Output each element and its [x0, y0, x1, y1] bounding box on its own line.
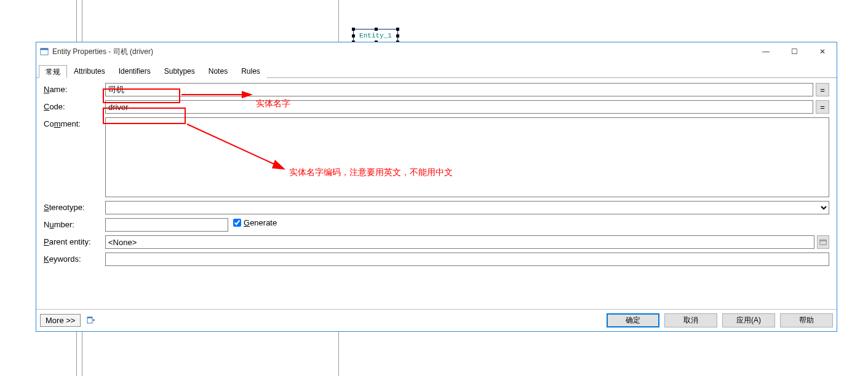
parent-label: Parent entity:	[44, 235, 105, 246]
browse-icon	[819, 238, 827, 246]
form-body: Name: = Code: = Comment: Stereotype: Num…	[36, 78, 837, 272]
svg-rect-1	[41, 49, 48, 50]
close-icon: ✕	[819, 47, 826, 56]
close-button[interactable]: ✕	[808, 42, 837, 61]
tab-identifiers[interactable]: Identifiers	[112, 65, 157, 78]
entity-properties-dialog: Entity Properties - 司机 (driver) — ☐ ✕ 常规…	[36, 42, 837, 332]
help-button[interactable]: 帮助	[780, 313, 833, 327]
keywords-label: Keywords:	[44, 253, 105, 264]
diagram-entity-label: Entity_1	[359, 32, 392, 39]
tab-rules[interactable]: Rules	[234, 65, 267, 78]
name-input[interactable]	[105, 83, 813, 96]
maximize-button[interactable]: ☐	[780, 42, 808, 61]
svg-rect-5	[87, 317, 92, 318]
dialog-bottom-bar: More >> 确定 取消 应用(A) 帮助	[36, 309, 837, 331]
diagram-entity-box[interactable]: Entity_1	[353, 29, 398, 42]
window-title: Entity Properties - 司机 (driver)	[52, 47, 153, 57]
generate-label-text: enerate	[250, 218, 277, 227]
entity-icon	[40, 47, 49, 56]
tab-notes[interactable]: Notes	[202, 65, 234, 78]
resize-handle[interactable]	[375, 28, 378, 31]
resize-handle[interactable]	[352, 34, 355, 37]
action-menu-button[interactable]	[84, 314, 98, 327]
tab-bar: 常规 Attributes Identifiers Subtypes Notes…	[36, 65, 837, 78]
titlebar[interactable]: Entity Properties - 司机 (driver) — ☐ ✕	[36, 42, 837, 61]
code-input[interactable]	[105, 100, 813, 114]
comment-label: Comment:	[44, 117, 105, 128]
stereotype-select[interactable]	[105, 201, 829, 214]
number-label: Number:	[44, 218, 105, 229]
cancel-button[interactable]: 取消	[664, 313, 717, 327]
keywords-input[interactable]	[105, 253, 829, 266]
resize-handle[interactable]	[396, 28, 399, 31]
code-label: Code:	[44, 100, 105, 111]
maximize-icon: ☐	[791, 47, 798, 56]
stereotype-label: Stereotype:	[44, 201, 105, 212]
generate-checkbox-label[interactable]: Generate	[233, 218, 277, 227]
comment-textarea[interactable]	[105, 117, 829, 197]
tab-subtypes[interactable]: Subtypes	[157, 65, 202, 78]
name-equals-button[interactable]: =	[816, 83, 829, 96]
parent-browse-button[interactable]	[817, 235, 829, 249]
number-input[interactable]	[105, 218, 228, 232]
parent-entity-input[interactable]	[105, 235, 814, 249]
more-button[interactable]: More >>	[40, 314, 81, 327]
generate-checkbox[interactable]	[233, 219, 241, 227]
ok-button[interactable]: 确定	[607, 313, 659, 327]
minimize-button[interactable]: —	[752, 42, 780, 61]
apply-button[interactable]: 应用(A)	[722, 313, 775, 327]
tab-general[interactable]: 常规	[39, 65, 67, 78]
code-equals-button[interactable]: =	[816, 100, 829, 114]
svg-rect-3	[820, 240, 827, 241]
name-label: Name:	[44, 83, 105, 94]
resize-handle[interactable]	[352, 28, 355, 31]
minimize-icon: —	[762, 47, 770, 56]
tab-attributes[interactable]: Attributes	[67, 65, 112, 78]
action-menu-icon	[86, 316, 96, 326]
resize-handle[interactable]	[396, 34, 399, 37]
